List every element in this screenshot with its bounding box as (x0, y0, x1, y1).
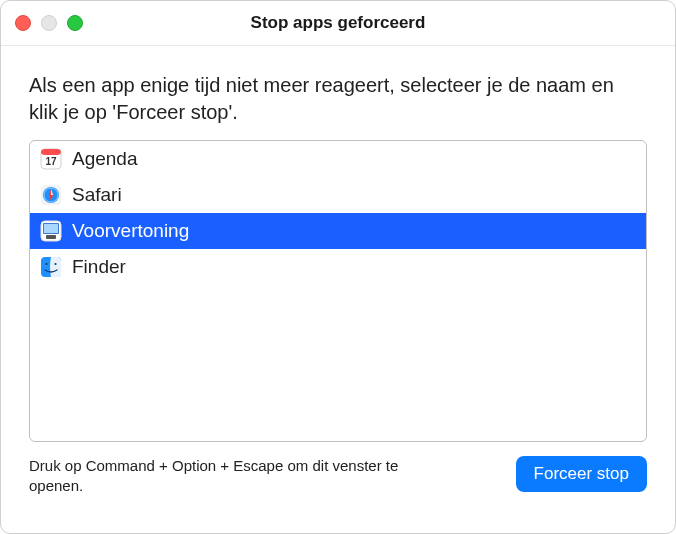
zoom-window-button[interactable] (67, 15, 83, 31)
window-title: Stop apps geforceerd (1, 13, 675, 33)
hint-text: Druk op Command + Option + Escape om dit… (29, 456, 449, 497)
force-quit-button[interactable]: Forceer stop (516, 456, 647, 492)
svg-point-14 (54, 263, 56, 265)
app-row-finder[interactable]: Finder (30, 249, 646, 285)
svg-text:17: 17 (45, 156, 57, 167)
app-label: Agenda (72, 148, 138, 170)
bottom-bar: Druk op Command + Option + Escape om dit… (29, 456, 647, 497)
safari-icon (40, 184, 62, 206)
app-row-preview[interactable]: Voorvertoning (30, 213, 646, 249)
preview-icon (40, 220, 62, 242)
window-body: Als een app enige tijd niet meer reageer… (1, 46, 675, 533)
app-row-safari[interactable]: Safari (30, 177, 646, 213)
app-row-agenda[interactable]: 17 Agenda (30, 141, 646, 177)
minimize-window-button[interactable] (41, 15, 57, 31)
svg-rect-1 (41, 149, 61, 155)
app-label: Safari (72, 184, 122, 206)
titlebar: Stop apps geforceerd (1, 1, 675, 46)
app-label: Finder (72, 256, 126, 278)
force-quit-window: Stop apps geforceerd Als een app enige t… (0, 0, 676, 534)
calendar-icon: 17 (40, 148, 62, 170)
svg-rect-11 (46, 235, 56, 239)
finder-icon (40, 256, 62, 278)
window-controls (15, 15, 83, 31)
app-label: Voorvertoning (72, 220, 189, 242)
app-list[interactable]: 17 Agenda Safari Voorvertoning (29, 140, 647, 442)
instruction-text: Als een app enige tijd niet meer reageer… (29, 72, 647, 126)
close-window-button[interactable] (15, 15, 31, 31)
svg-point-13 (45, 263, 47, 265)
svg-rect-10 (44, 224, 58, 233)
